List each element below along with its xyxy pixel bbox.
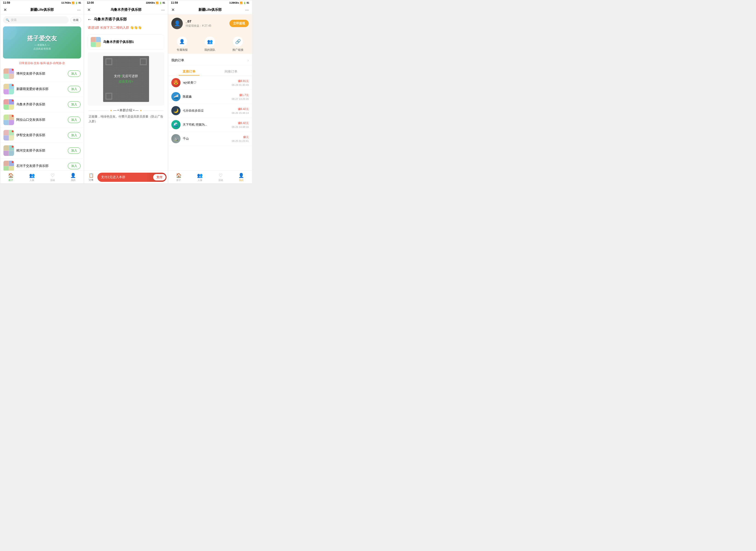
tab-indirect-order[interactable]: 间推订单 (210, 67, 252, 75)
tab-label: 活动 (50, 179, 55, 182)
order-avatar: ⛰️ (171, 134, 180, 143)
qr-overlay[interactable]: 支付2元后可进群 点击支付> (103, 56, 149, 102)
withdraw-button[interactable]: 立即提现 (230, 20, 249, 27)
phone2-pay-bar[interactable]: 支付2元进入本群 支付 (97, 173, 166, 182)
order-avatar: 🌙 (171, 106, 180, 115)
phone1-search-box[interactable]: 🔍 搜索 (3, 16, 69, 24)
tab-label: 我的 (239, 179, 244, 182)
phone2-bottom-bar: 📋 订单 支付2元进入本群 支付 (84, 170, 168, 183)
red-dot-icon (12, 100, 14, 101)
phone1-close-icon[interactable]: ✕ (3, 7, 7, 12)
battery-level: 81 (78, 2, 81, 4)
my-order-label: 我的订单 (171, 58, 184, 62)
heart-icon: ♡ (50, 173, 55, 178)
join-button[interactable]: 加入 (68, 86, 81, 92)
order-user-name: 陈庭鑫 (183, 95, 230, 99)
phone2-status-icons: 226KB/s 📶 🔋 81 (146, 2, 165, 4)
join-button[interactable]: 加入 (68, 163, 81, 169)
phone2-more-icon[interactable]: ··· (161, 7, 165, 12)
phone3-close-icon[interactable]: ✕ (171, 7, 175, 12)
home-icon: 🏠 (8, 173, 14, 178)
club-avatar (3, 145, 14, 156)
avatar-placeholder: 👤 (171, 18, 183, 29)
tab-item-activities[interactable]: ♡ 活动 (219, 173, 223, 182)
phone2-nav: ✕ 乌鲁木齐搭子俱乐部 ··· (84, 5, 168, 14)
join-button[interactable]: 加入 (68, 70, 81, 77)
order-item: 😍 ঌლ於美♡ 赚8.91元 08-28 01:30:49 (168, 76, 252, 90)
club-name: 精河交友搭子俱乐部 (16, 148, 65, 153)
qr-wrapper[interactable]: 支付2元后可进群 点击支付> (103, 56, 149, 102)
club-avatar (3, 99, 14, 110)
link-icon-wrap: 🔗 (233, 36, 243, 47)
back-icon[interactable]: ← (87, 17, 92, 22)
phone2-group-header: 乌鲁木齐搭子俱乐部1 (88, 35, 164, 49)
tab-item-renmai[interactable]: 👥 人脉 (197, 173, 203, 182)
tab-item-mine[interactable]: 👤 我的 (70, 173, 76, 182)
order-avatar: 🌊 (171, 120, 180, 129)
phone1-banner[interactable]: 搭子爱交友 — 欢迎加入 — 点击此处有惊喜 (3, 26, 81, 59)
phone3: 11:59 3.28KB/s 📶 🔋 81 ✕ 新疆Life俱乐部 ··· 👤 … (168, 0, 252, 184)
join-button[interactable]: 加入 (68, 147, 81, 154)
tab-item-mine[interactable]: 👤 我的 (238, 173, 244, 182)
phone3-order-list: 😍 ঌლ於美♡ 赚8.91元 08-28 01:30:49 🚄 陈庭鑫 赚1.7… (168, 76, 252, 170)
tab-item-activities[interactable]: ♡ 活动 (50, 173, 55, 182)
qr-click-pay[interactable]: 点击支付> (118, 80, 133, 84)
phone2-status-bar: 12:00 226KB/s 📶 🔋 81 (84, 0, 168, 5)
poster-icon: 👤 (179, 39, 185, 44)
join-button[interactable]: 加入 (68, 101, 81, 108)
action-poster[interactable]: 👤 专属海报 (176, 36, 187, 52)
list-item: 博州交友搭子俱乐部 加入 (0, 66, 84, 81)
action-team[interactable]: 👥 我的团队 (205, 36, 216, 52)
action-label: 推广链接 (233, 48, 244, 52)
link-icon: 🔗 (235, 39, 241, 44)
order-avatar: 😍 (171, 78, 180, 87)
wifi-icon: 📶 (156, 2, 158, 4)
club-avatar (3, 68, 14, 79)
phone2-content: ← 乌鲁木齐搭子俱乐部 请进1群 长按下方二维码入群 👋👋👋 乌鲁木齐搭子俱乐部… (84, 14, 168, 170)
red-dot-icon (12, 161, 14, 163)
join-button[interactable]: 加入 (68, 132, 81, 138)
my-order-row[interactable]: 我的订单 › (168, 56, 252, 65)
pay-button[interactable]: 支付 (153, 174, 165, 180)
phone3-tab-bar: 🏠 搭子 👥 人脉 ♡ 活动 👤 我的 (168, 170, 252, 183)
red-dot-icon (12, 130, 14, 132)
signal-text: 226KB/s (146, 2, 155, 4)
user-icon: 👤 (70, 173, 76, 178)
order-right-info: 赚元 08-25 01:23:41 (232, 135, 249, 142)
order-date: 08-27 13:29:26 (232, 98, 249, 100)
tab-direct-order[interactable]: 直推订单 (168, 67, 210, 75)
phone1-collect-button[interactable]: 收藏 (70, 17, 81, 23)
club-avatar (3, 114, 14, 125)
battery-level: 81 (162, 2, 165, 4)
action-promo-link[interactable]: 🔗 推广链接 (233, 36, 244, 52)
join-button[interactable]: 加入 (68, 117, 81, 123)
list-item: 乌鲁木齐搭子俱乐部 加入 (0, 97, 84, 112)
tab-item-renmai[interactable]: 👥 人脉 (29, 173, 35, 182)
search-icon: 🔍 (6, 18, 9, 22)
order-right-info: 赚8.91元 08-28 01:30:49 (232, 79, 249, 86)
order-right-info: 赚1.7元 08-27 13:29:26 (232, 93, 249, 100)
tab-label: 人脉 (198, 179, 202, 182)
red-dot-icon (12, 84, 14, 86)
club-name: 阿拉山口交友俱乐部 (16, 118, 65, 122)
list-item: 精河交友搭子俱乐部 加入 (0, 143, 84, 158)
phone2-order-button[interactable]: 📋 订单 (86, 173, 96, 181)
phone2-close-icon[interactable]: ✕ (87, 7, 91, 12)
phone3-more-icon[interactable]: ··· (245, 7, 249, 12)
order-right-info: 赚8.42元 08-26 15:48:14 (232, 107, 249, 114)
earn-amount: 赚1.7元 (232, 93, 249, 97)
order-user-name: 七分自在步后尘 (183, 109, 230, 113)
tab-item-dazi[interactable]: 🏠 搭子 (176, 173, 181, 182)
order-date: 08-28 01:30:49 (232, 84, 249, 86)
phone1-club-list: 博州交友搭子俱乐部 加入 新疆萌宠爱好者俱乐部 加入 乌鲁木齐搭子俱乐部 加入 (0, 66, 84, 170)
wifi-icon: 📶 (72, 2, 74, 4)
phone2-inner-header: ← 乌鲁木齐搭子俱乐部 (84, 14, 168, 23)
earn-amount: 赚8.91元 (232, 79, 249, 83)
battery-icon: 🔋 (159, 2, 162, 4)
tab-item-dazi[interactable]: 🏠 搭子 (8, 173, 14, 182)
club-avatar (3, 130, 14, 140)
club-avatar (3, 84, 14, 94)
divider-line-left (89, 110, 109, 111)
phone1-more-icon[interactable]: ··· (77, 7, 81, 12)
battery-level: 81 (247, 2, 249, 4)
